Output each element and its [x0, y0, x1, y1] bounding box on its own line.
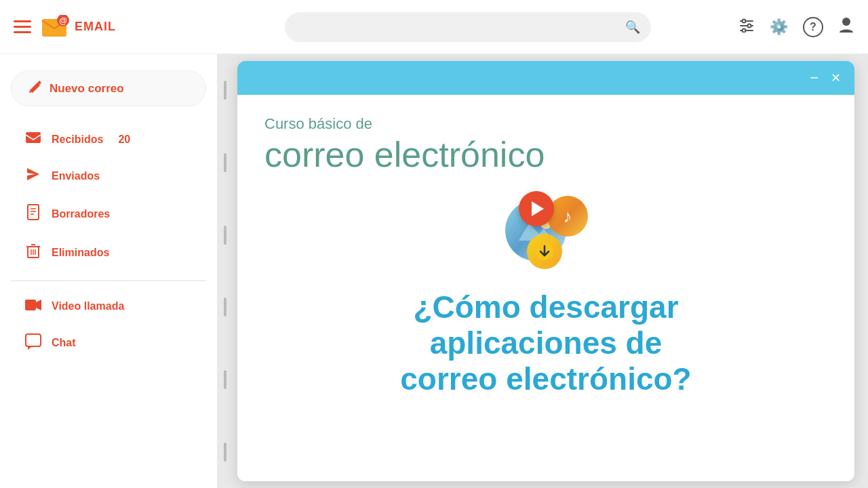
svg-point-9 [842, 18, 850, 26]
scroll-dash-6 [224, 443, 226, 462]
close-button[interactable]: ✕ [831, 70, 841, 85]
scroll-dash-2 [224, 153, 226, 172]
draft-icon [24, 204, 42, 224]
svg-point-6 [743, 20, 746, 23]
question-line1: ¿Cómo descargar [413, 289, 678, 325]
svg-rect-22 [26, 334, 41, 346]
play-button[interactable] [519, 191, 554, 226]
media-icons-cluster: ♪ [498, 188, 593, 269]
sidebar-item-video-llamada[interactable]: Video llamada [11, 291, 206, 323]
question-line2: aplicaciones de [430, 325, 663, 361]
minimize-button[interactable]: − [810, 70, 818, 85]
music-circle: ♪ [547, 196, 588, 237]
user-icon[interactable] [838, 16, 854, 38]
new-mail-button[interactable]: Nuevo correo [11, 70, 206, 106]
video-titlebar: − ✕ [237, 61, 854, 95]
main-layout: Nuevo correo Recibidos 20 Enviados [0, 54, 868, 488]
chat-label: Chat [52, 337, 76, 349]
main-question: ¿Cómo descargar aplicaciones de correo e… [400, 289, 691, 397]
video-content: Curso básico de correo electrónico [237, 95, 854, 481]
scroll-dash-3 [224, 226, 226, 245]
course-subtitle: Curso básico de [264, 115, 372, 133]
filter-icon[interactable] [738, 18, 755, 36]
eliminados-label: Eliminados [52, 247, 109, 259]
content-area: − ✕ Curso básico de correo electrónico [217, 54, 868, 488]
sidebar: Nuevo correo Recibidos 20 Enviados [0, 54, 217, 488]
svg-rect-10 [26, 132, 41, 143]
recibidos-badge: 20 [118, 134, 130, 146]
settings-icon[interactable]: ⚙️ [770, 18, 788, 36]
download-circle [527, 234, 562, 269]
hamburger-menu[interactable] [14, 20, 31, 33]
inbox-icon [24, 131, 42, 148]
header-center: 🔍 [231, 12, 705, 42]
sidebar-item-eliminados[interactable]: Eliminados [11, 235, 206, 270]
sidebar-item-recibidos[interactable]: Recibidos 20 [11, 123, 206, 156]
sidebar-item-chat[interactable]: Chat [11, 325, 206, 361]
video-window: − ✕ Curso básico de correo electrónico [237, 61, 854, 481]
scroll-dash-4 [224, 298, 226, 317]
search-input[interactable] [296, 21, 618, 33]
svg-text:@: @ [59, 16, 67, 26]
enviados-label: Enviados [52, 170, 100, 182]
help-icon[interactable]: ? [803, 17, 823, 37]
scroll-dash-5 [224, 370, 226, 389]
svg-point-8 [743, 29, 746, 33]
recibidos-label: Recibidos [52, 134, 103, 146]
video-icon [24, 299, 42, 314]
header-right: ⚙️ ? [705, 16, 854, 38]
video-llamada-label: Video llamada [52, 300, 124, 312]
svg-rect-21 [25, 300, 36, 310]
sidebar-item-borradores[interactable]: Borradores [11, 196, 206, 232]
header: @ EMAIL 🔍 ⚙️ ? [0, 0, 868, 54]
search-icon[interactable]: 🔍 [625, 20, 640, 35]
new-mail-label: Nuevo correo [50, 82, 124, 96]
header-left: @ EMAIL [14, 15, 231, 39]
trash-icon [24, 243, 42, 262]
pencil-icon [28, 79, 43, 98]
course-title: correo electrónico [264, 136, 545, 174]
borradores-label: Borradores [52, 208, 110, 220]
logo-container: @ EMAIL [41, 15, 116, 39]
search-bar: 🔍 [285, 12, 651, 42]
scroll-dash-1 [224, 81, 226, 100]
question-line3: correo electrónico? [400, 361, 691, 396]
sidebar-item-enviados[interactable]: Enviados [11, 159, 206, 193]
sidebar-divider [11, 280, 206, 281]
sent-icon [24, 167, 42, 185]
chat-icon [24, 333, 42, 353]
play-triangle-icon [532, 201, 544, 216]
logo-envelope-icon: @ [41, 15, 71, 39]
logo-text: EMAIL [75, 20, 116, 34]
scroll-indicators [224, 54, 226, 488]
svg-rect-11 [28, 205, 39, 220]
svg-point-7 [748, 24, 751, 28]
